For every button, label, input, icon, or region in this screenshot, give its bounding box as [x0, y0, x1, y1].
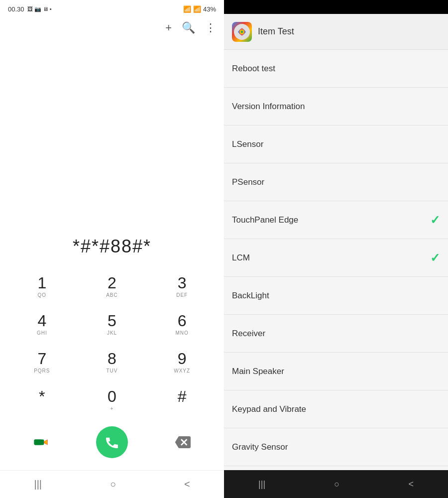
key-4[interactable]: 4 GHI [8, 307, 76, 343]
backspace-button[interactable] [171, 430, 195, 454]
svg-point-4 [241, 30, 243, 33]
key-5[interactable]: 5 JKL [78, 307, 146, 343]
nav-home-button[interactable]: ○ [110, 479, 116, 490]
key-star[interactable]: * [8, 382, 76, 418]
list-item-keypad-vibrate[interactable]: Keypad and Vibrate [224, 390, 448, 428]
bottom-nav-bar: ||| ○ < [0, 470, 224, 498]
item-test-panel: Item Test Reboot test Version Informatio… [224, 0, 448, 498]
list-item-receiver[interactable]: Receiver [224, 315, 448, 353]
list-item-reboot-test[interactable]: Reboot test [224, 50, 448, 88]
key-3[interactable]: 3 DEF [148, 269, 216, 305]
status-left: 00.30 🖼 📷 🖥 • [8, 5, 52, 13]
key-1[interactable]: 1 QO [8, 269, 76, 305]
key-7[interactable]: 7 PQRS [8, 345, 76, 380]
key-8[interactable]: 8 TUV [78, 345, 146, 380]
item-test-header: Item Test [224, 14, 448, 50]
list-item-gravity-sensor[interactable]: Gravity Sensor [224, 428, 448, 466]
dialer-display: *#*#88#* [0, 40, 224, 269]
item-test-title: Item Test [258, 26, 294, 37]
key-0[interactable]: 0 + [78, 382, 146, 418]
right-nav-back-button[interactable]: < [408, 479, 414, 490]
list-item-main-speaker[interactable]: Main Speaker [224, 353, 448, 390]
list-item-version-information[interactable]: Version Information [224, 88, 448, 125]
list-item-psensor[interactable]: PSensor [224, 163, 448, 201]
nav-back-button[interactable]: < [184, 479, 190, 490]
keypad: 1 QO 2 ABC 3 DEF 4 GHI 5 JKL 6 MNO 7 PQR… [0, 269, 224, 418]
svg-rect-1 [34, 440, 42, 445]
more-options-button[interactable]: ⋮ [205, 21, 216, 34]
right-bottom-nav-bar: ||| ○ < [224, 470, 448, 498]
nav-menu-button[interactable]: ||| [34, 479, 42, 490]
key-6[interactable]: 6 MNO [148, 307, 216, 343]
list-item-backlight[interactable]: BackLight [224, 277, 448, 315]
list-item-touchpanel-edge[interactable]: TouchPanel Edge ✓ [224, 201, 448, 239]
key-hash[interactable]: # [148, 382, 216, 418]
add-button[interactable]: + [165, 21, 172, 34]
signal-icon: 📶 [193, 5, 201, 13]
key-2[interactable]: 2 ABC [78, 269, 146, 305]
dialer-panel: 00.30 🖼 📷 🖥 • 📶 📶 43% + 🔍 ⋮ *#*#88#* 1 Q… [0, 0, 224, 498]
right-nav-menu-button[interactable]: ||| [258, 479, 265, 490]
dialer-toolbar: + 🔍 ⋮ [0, 16, 224, 40]
right-nav-home-button[interactable]: ○ [334, 479, 339, 490]
call-button[interactable] [96, 426, 128, 458]
action-row [0, 422, 224, 470]
key-9[interactable]: 9 WXYZ [148, 345, 216, 380]
item-test-app-icon [232, 22, 252, 42]
status-bar: 00.30 🖼 📷 🖥 • 📶 📶 43% [0, 0, 224, 16]
dialer-number: *#*#88#* [73, 236, 151, 257]
status-time: 00.30 [8, 5, 24, 13]
touchpanel-edge-checkmark: ✓ [430, 213, 440, 227]
battery-level: 43% [203, 5, 216, 13]
status-right: 📶 📶 43% [183, 5, 216, 13]
status-icons: 🖼 📷 🖥 • [27, 6, 52, 12]
item-list: Reboot test Version Information LSensor … [224, 50, 448, 470]
wifi-icon: 📶 [183, 5, 191, 13]
right-header-bar [224, 0, 448, 14]
lcm-checkmark: ✓ [430, 251, 440, 265]
search-button[interactable]: 🔍 [182, 21, 195, 34]
list-item-lcm[interactable]: LCM ✓ [224, 239, 448, 277]
list-item-lsensor[interactable]: LSensor [224, 125, 448, 163]
video-call-button[interactable] [29, 430, 53, 454]
